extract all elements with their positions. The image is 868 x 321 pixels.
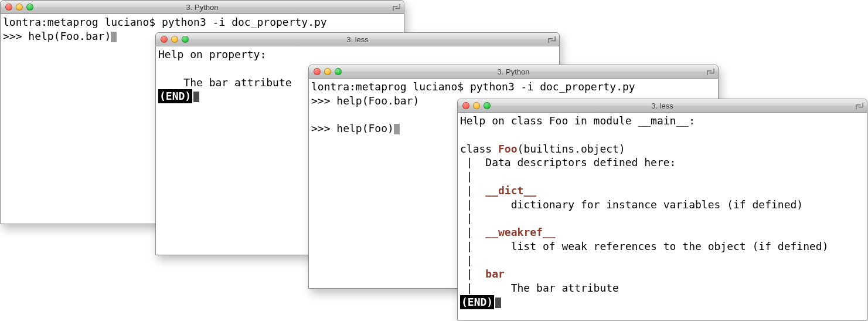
zoom-icon[interactable] [26, 4, 33, 11]
toggle-toolbar-icon[interactable] [706, 67, 715, 76]
close-icon[interactable] [314, 68, 321, 75]
line: | dictionary for instance variables (if … [460, 198, 803, 211]
line-part: class [460, 143, 498, 155]
minimize-icon[interactable] [473, 102, 480, 109]
traffic-lights [458, 102, 495, 109]
line: | Data descriptors defined here: [460, 156, 676, 168]
line: lontra:metaprog luciano$ python3 -i doc_… [3, 16, 327, 28]
window-title: 3. Python [309, 67, 718, 76]
titlebar[interactable]: 3. less [458, 99, 867, 113]
titlebar[interactable]: 3. Python [309, 65, 718, 79]
line: The bar attribute [158, 76, 292, 89]
line-part: | [460, 184, 485, 197]
zoom-icon[interactable] [335, 68, 342, 75]
end-marker: (END) [460, 295, 494, 309]
window-less-2[interactable]: 3. less Help on class Foo in module __ma… [457, 99, 867, 320]
class-name: Foo [498, 143, 518, 155]
cursor-icon [111, 32, 117, 42]
close-icon[interactable] [5, 4, 12, 11]
end-marker: (END) [158, 89, 192, 103]
traffic-lights [1, 4, 38, 11]
line: | [460, 170, 473, 183]
window-title: 3. less [458, 102, 867, 110]
line: | [460, 212, 473, 224]
traffic-lights [309, 68, 346, 75]
close-icon[interactable] [161, 36, 168, 43]
line-part: | [460, 226, 485, 238]
cursor-icon [193, 92, 199, 102]
line-part: | [460, 268, 485, 280]
minimize-icon[interactable] [324, 68, 331, 75]
line: Help on property: [158, 48, 266, 60]
minimize-icon[interactable] [171, 36, 178, 43]
titlebar[interactable]: 3. Python [1, 1, 404, 14]
cursor-icon [495, 298, 501, 308]
line: | [460, 254, 473, 266]
line: Help on class Foo in module __main__: [460, 114, 695, 127]
attr-name: __weakref__ [485, 226, 555, 238]
line-part: (builtins.object) [518, 143, 625, 155]
line: >>> help(Foo.bar) [3, 30, 111, 42]
line: | list of weak references to the object … [460, 240, 829, 252]
window-title: 3. less [156, 35, 559, 44]
close-icon[interactable] [462, 102, 469, 109]
minimize-icon[interactable] [16, 4, 23, 11]
zoom-icon[interactable] [484, 102, 491, 109]
traffic-lights [156, 36, 193, 43]
zoom-icon[interactable] [182, 36, 189, 43]
toggle-toolbar-icon[interactable] [547, 35, 556, 44]
line: >>> help(Foo.bar) [311, 94, 419, 107]
line: >>> help(Foo) [311, 122, 394, 134]
line: | The bar attribute [460, 282, 619, 294]
toggle-toolbar-icon[interactable] [855, 102, 864, 110]
attr-name: __dict__ [485, 184, 536, 197]
titlebar[interactable]: 3. less [156, 33, 559, 46]
toggle-toolbar-icon[interactable] [392, 3, 401, 12]
cursor-icon [394, 124, 400, 134]
line: lontra:metaprog luciano$ python3 -i doc_… [311, 80, 635, 93]
attr-name: bar [485, 268, 505, 280]
window-title: 3. Python [1, 3, 404, 12]
terminal-content[interactable]: Help on class Foo in module __main__: cl… [458, 113, 867, 310]
